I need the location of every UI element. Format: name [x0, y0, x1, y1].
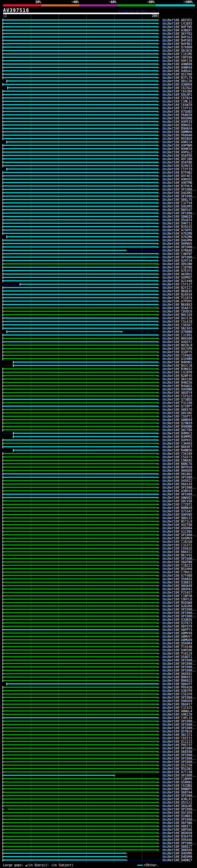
hit-label[interactable]: UniRef100_B8PG47 — [163, 208, 192, 212]
alignment-bar[interactable] — [3, 731, 158, 732]
alignment-bar[interactable] — [3, 382, 158, 383]
hit-label[interactable]: UniRef100_Q5I7K6 — [163, 73, 192, 76]
hit-label[interactable]: UniRef100_A9RTM8 — [163, 181, 192, 184]
hit-label[interactable]: UniRef100_Q4SMV9 — [163, 537, 192, 540]
hit-label[interactable]: UniRef100_A9NR08 — [163, 63, 192, 66]
hit-label[interactable]: UniRef100_UPI000.. — [163, 255, 196, 259]
hit-label[interactable]: UniRef100_A8MRH4 — [163, 130, 192, 134]
hit-label[interactable]: UniRef100_P60040 — [163, 134, 192, 137]
hit-label[interactable]: UniRef100_A9RG91 — [163, 178, 192, 181]
alignment-bar[interactable] — [3, 97, 158, 98]
alignment-bar[interactable] — [3, 334, 158, 336]
alignment-bar[interactable] — [3, 758, 158, 759]
hit-label[interactable]: UniRef100_B6JY91 — [163, 554, 192, 557]
alignment-bar[interactable] — [3, 470, 158, 471]
alignment-bar[interactable] — [3, 795, 158, 796]
hit-label[interactable]: UniRef100_Q3UBI6 — [163, 618, 192, 621]
hit-label[interactable]: UniRef100_B7FH82 — [163, 171, 192, 174]
hit-label[interactable]: UniRef100_B6QE45 — [163, 289, 192, 293]
alignment-bar[interactable] — [7, 81, 158, 82]
alignment-bar[interactable] — [3, 111, 158, 112]
alignment-bar[interactable] — [3, 280, 158, 281]
alignment-bar[interactable] — [3, 124, 158, 126]
hit-label[interactable]: UniRef100_UPI000.. — [163, 665, 196, 669]
hit-label[interactable]: UniRef100_C0S635 — [163, 547, 192, 550]
alignment-bar[interactable] — [3, 260, 158, 261]
alignment-bar[interactable] — [3, 307, 158, 309]
hit-label[interactable]: UniRef100_Q4R506 — [163, 648, 192, 652]
hit-label[interactable]: UniRef100_A7TJ38 — [163, 770, 192, 774]
alignment-bar[interactable] — [3, 53, 158, 55]
alignment-bar[interactable] — [3, 67, 158, 68]
alignment-bar[interactable] — [3, 256, 158, 258]
alignment-bar[interactable] — [3, 727, 158, 728]
alignment-bar[interactable] — [3, 859, 126, 861]
alignment-bar[interactable] — [3, 606, 158, 607]
hit-label[interactable]: UniRef100_UPI000.. — [163, 808, 196, 811]
hit-label[interactable]: UniRef100_A9NPA4 — [163, 66, 192, 69]
hit-label[interactable]: UniRef100_UPI000.. — [163, 476, 196, 479]
alignment-bar[interactable] — [3, 229, 158, 230]
alignment-bar[interactable] — [3, 84, 158, 85]
alignment-bar[interactable] — [3, 802, 158, 803]
hit-label[interactable]: UniRef100_UPI000.. — [163, 760, 196, 764]
alignment-bar[interactable] — [3, 423, 158, 424]
hit-label[interactable]: UniRef100_B3TLT9 — [163, 76, 192, 80]
alignment-bar[interactable] — [3, 243, 158, 244]
hit-label[interactable]: UniRef100_B9SDR8 — [163, 117, 192, 120]
alignment-bar[interactable] — [3, 484, 158, 485]
alignment-bar[interactable] — [3, 663, 158, 664]
hit-label[interactable]: UniRef100_Q5RKN1 — [163, 780, 192, 784]
alignment-bar[interactable] — [3, 321, 158, 322]
alignment-bar[interactable] — [3, 277, 158, 278]
alignment-bar[interactable] — [3, 317, 158, 319]
hit-label[interactable]: UniRef100_B6VBX3 — [163, 303, 192, 306]
alignment-bar[interactable] — [3, 131, 158, 132]
alignment-bar[interactable] — [3, 175, 158, 177]
hit-label[interactable]: UniRef100_UPI000.. — [163, 726, 196, 730]
alignment-bar[interactable] — [3, 473, 158, 474]
hit-label[interactable]: UniRef100_B6H380 — [163, 337, 192, 340]
alignment-bar[interactable] — [3, 629, 158, 630]
hit-label[interactable]: UniRef100_A8MY04 — [163, 631, 192, 635]
alignment-bar[interactable] — [3, 426, 158, 427]
alignment-bar[interactable] — [3, 507, 158, 508]
alignment-bar[interactable] — [3, 460, 158, 461]
hit-label[interactable]: UniRef100_C1BTB6 — [163, 266, 192, 269]
alignment-bar[interactable] — [13, 450, 158, 451]
alignment-bar[interactable] — [3, 616, 158, 617]
alignment-bar[interactable] — [3, 734, 158, 735]
hit-label[interactable]: UniRef100_A9UDR4 — [163, 527, 192, 530]
alignment-bar[interactable] — [3, 592, 158, 593]
alignment-bar[interactable] — [3, 311, 158, 312]
alignment-bar[interactable] — [3, 50, 158, 51]
alignment-bar[interactable] — [8, 809, 158, 810]
alignment-bar[interactable] — [3, 294, 158, 295]
hit-label[interactable]: UniRef100_A8WVQ1 — [163, 496, 192, 499]
alignment-bar[interactable] — [3, 565, 158, 566]
alignment-bar[interactable] — [3, 826, 158, 827]
hit-label[interactable]: UniRef100_C0H7L6 — [163, 598, 192, 601]
hit-label[interactable]: UniRef100_Q0CVS8 — [163, 499, 192, 503]
alignment-bar[interactable] — [3, 287, 158, 288]
alignment-bar[interactable] — [3, 653, 158, 654]
hit-label[interactable]: UniRef100_Q5KNI6 — [163, 577, 192, 581]
hit-label[interactable]: UniRef100_C5E2F0 — [163, 692, 192, 696]
hit-label[interactable]: UniRef100_A8E671 — [163, 825, 192, 828]
alignment-bar[interactable] — [3, 524, 158, 525]
hit-label[interactable]: UniRef100_Q3TK73 — [163, 621, 192, 625]
alignment-bar[interactable] — [3, 561, 158, 563]
hit-label[interactable]: UniRef100_Q5CVE6 — [163, 811, 192, 814]
alignment-bar[interactable] — [3, 578, 158, 580]
alignment-bar[interactable] — [3, 290, 158, 291]
hit-label[interactable]: UniRef100_UPI000.. — [163, 774, 196, 777]
hit-label[interactable]: UniRef100_Q56FE6 — [163, 154, 192, 157]
hit-label[interactable]: UniRef100_Q8WQI8 — [163, 215, 192, 218]
hit-label[interactable]: UniRef100_UPI000.. — [163, 195, 196, 198]
hit-label[interactable]: UniRef100_UPI000.. — [163, 794, 196, 798]
hit-label[interactable]: UniRef100_A8PS66 — [163, 828, 192, 831]
alignment-bar[interactable] — [3, 852, 126, 854]
alignment-bar[interactable] — [3, 588, 158, 590]
hit-label[interactable]: UniRef100_UPI000.. — [163, 608, 196, 611]
alignment-bar[interactable] — [3, 619, 158, 620]
